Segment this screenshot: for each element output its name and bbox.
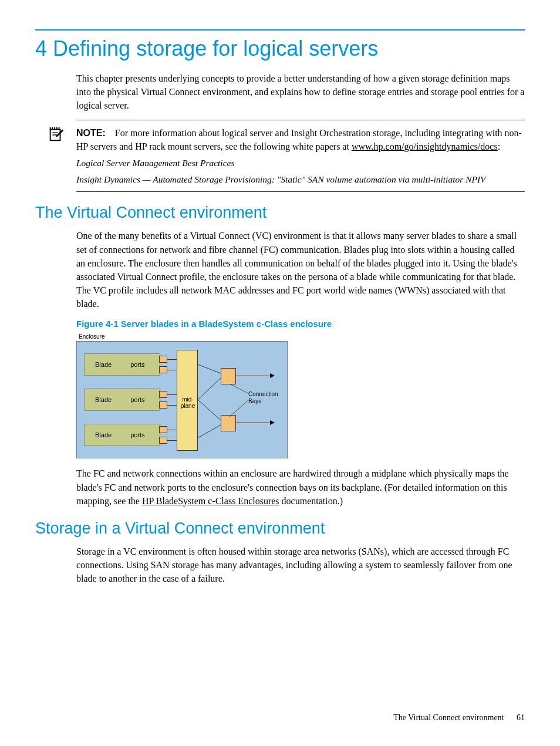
- chapter-number: 4: [35, 36, 47, 60]
- top-rule: [35, 29, 525, 31]
- note-icon: [47, 125, 65, 143]
- blade-label: Blade: [95, 361, 112, 368]
- figure-4-1: Enclosure Blade ports Blade ports Blade …: [76, 333, 525, 458]
- chapter-title-text: Defining storage for logical servers: [53, 36, 378, 60]
- section1-title: The Virtual Connect environment: [35, 204, 525, 222]
- note-ref-1: Logical Server Management Best Practices: [76, 157, 525, 170]
- diagram-line: [167, 440, 177, 441]
- section2-title: Storage in a Virtual Connect environment: [35, 519, 525, 538]
- diagram-enclosure: Blade ports Blade ports Blade ports: [76, 341, 288, 458]
- connection-bays-label: Connection Bays: [248, 391, 287, 405]
- diagram-port: [159, 437, 167, 444]
- footer-section: The Virtual Connect environment: [393, 713, 504, 722]
- diagram-blade-2: Blade ports: [84, 389, 160, 411]
- diagram-port: [159, 366, 167, 373]
- diagram-line: [167, 405, 177, 406]
- chapter-title: 4 Defining storage for logical servers: [35, 36, 525, 61]
- svg-line-5: [198, 400, 221, 420]
- diagram-arrow: [236, 376, 270, 376]
- svg-line-7: [230, 384, 248, 393]
- note-text-after: :: [498, 141, 500, 151]
- blade-label: Blade: [95, 431, 112, 438]
- enclosure-label: Enclosure: [79, 333, 525, 340]
- chapter-intro: This chapter presents underlying concept…: [76, 72, 525, 113]
- section1-para1: One of the many benefits of a Virtual Co…: [76, 229, 525, 310]
- diagram-line: [167, 430, 177, 430]
- diagram-line: [167, 359, 177, 360]
- note-paragraph: NOTE: For more information about logical…: [76, 126, 525, 153]
- diagram-label-line: [228, 384, 249, 419]
- svg-line-3: [198, 364, 221, 373]
- diagram-port: [159, 401, 167, 409]
- ports-label: ports: [130, 431, 144, 438]
- diagram-blade-1: Blade ports: [84, 353, 160, 376]
- footer-page-number: 61: [517, 713, 525, 722]
- ports-label: ports: [130, 361, 144, 368]
- note-label: NOTE:: [76, 128, 106, 138]
- diagram-line: [167, 370, 177, 370]
- section2-para1: Storage in a VC environment is often hou…: [76, 545, 525, 586]
- section1-para2: The FC and network connections within an…: [76, 467, 525, 508]
- diagram-arrow: [236, 423, 270, 423]
- svg-line-6: [198, 425, 221, 438]
- note-link[interactable]: www.hp.com/go/insightdynamics/docs: [352, 141, 498, 151]
- blade-label: Blade: [95, 396, 112, 403]
- diagram-port: [159, 426, 167, 433]
- midplane-label: mid-plane: [178, 396, 197, 409]
- diagram-port: [159, 391, 167, 398]
- diagram-midplane: mid-plane: [177, 350, 198, 451]
- note-block: NOTE: For more information about logical…: [76, 120, 525, 193]
- svg-line-8: [230, 400, 248, 417]
- diagram-connection-bay: [221, 368, 236, 384]
- para2-after: documentation.): [279, 496, 343, 506]
- diagram-connector-svg: [198, 350, 221, 451]
- note-ref-2: Insight Dynamics — Automated Storage Pro…: [76, 173, 525, 186]
- diagram-blade-3: Blade ports: [84, 424, 160, 446]
- figure-caption: Figure 4-1 Server blades in a BladeSyste…: [76, 319, 525, 329]
- ports-label: ports: [130, 396, 144, 403]
- bladesystem-link[interactable]: HP BladeSystem c-Class Enclosures: [142, 496, 279, 506]
- svg-line-4: [198, 378, 221, 400]
- diagram-line: [167, 394, 177, 395]
- page-footer: The Virtual Connect environment 61: [393, 713, 525, 723]
- diagram-arrowhead: [270, 420, 275, 425]
- diagram-arrowhead: [270, 373, 275, 378]
- diagram-port: [159, 356, 167, 363]
